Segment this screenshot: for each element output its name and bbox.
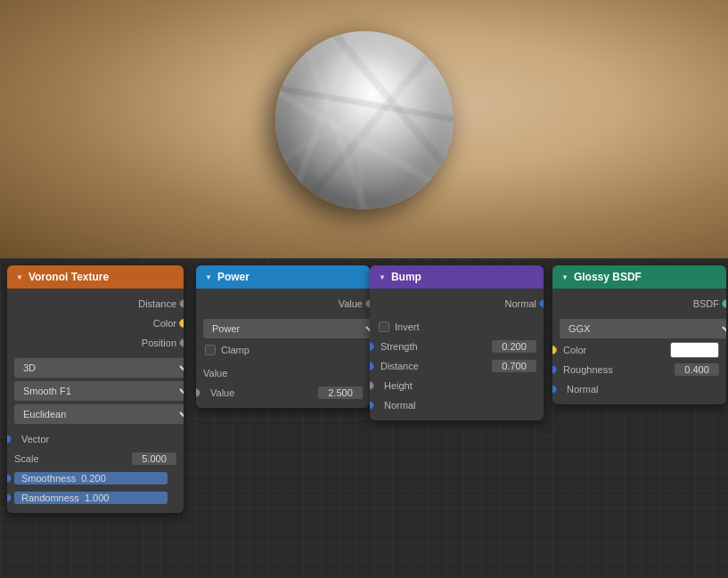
- glossy-title: Glossy BSDF: [574, 271, 642, 283]
- bump-output-normal: Normal: [370, 294, 544, 313]
- voronoi-smoothness-row: Smoothness 0.200: [7, 468, 184, 488]
- bump-height-row: Height: [370, 376, 544, 395]
- sphere: [275, 31, 454, 209]
- voronoi-randomness-socket: [7, 493, 12, 502]
- bump-strength-row: Strength 0.200: [370, 337, 544, 356]
- glossy-collapse[interactable]: ▼: [561, 273, 568, 281]
- glossy-roughness-label: Roughness: [560, 364, 675, 375]
- bump-normal-socket: [539, 299, 544, 308]
- glossy-color-label: Color: [560, 345, 670, 355]
- bump-distance-label: Distance: [377, 361, 492, 371]
- bump-strength-value[interactable]: 0.200: [492, 340, 536, 353]
- voronoi-vector-row: Vector: [7, 429, 184, 449]
- voronoi-smoothness-socket: [7, 474, 12, 483]
- glossy-bsdf-socket: [722, 299, 726, 308]
- power-body: Value Power Clamp Value Value 2.500: [196, 289, 370, 408]
- voronoi-scale-label: Scale: [14, 453, 132, 464]
- power-value-input-row: Value 2.500: [196, 383, 370, 403]
- voronoi-collapse[interactable]: ▼: [16, 273, 23, 281]
- voronoi-output-color: Color: [7, 313, 184, 333]
- power-header: ▼ Power: [196, 265, 370, 289]
- glossy-normal-label: Normal: [560, 384, 598, 395]
- bump-collapse[interactable]: ▼: [379, 273, 386, 281]
- glossy-bsdf-out-label: BSDF: [693, 298, 719, 309]
- voronoi-body: Distance Color Position 3D Smooth F1 Euc…: [7, 289, 184, 513]
- material-preview: [0, 0, 728, 258]
- power-value-section-label: Value: [196, 363, 370, 383]
- node-editor[interactable]: ▼ Voronoi Texture Distance Color Positio…: [0, 258, 728, 578]
- voronoi-dimensions-select[interactable]: 3D: [14, 358, 184, 378]
- voronoi-randomness-row: Randomness 1.000: [7, 488, 184, 508]
- glossy-roughness-socket: [552, 365, 557, 374]
- node-power: ▼ Power Value Power Clamp Value Value: [196, 265, 370, 408]
- power-value-field-label: Value: [203, 387, 318, 398]
- voronoi-distance-label: Distance: [138, 298, 176, 309]
- voronoi-output-position: Position: [7, 333, 184, 353]
- glossy-normal-row: Normal: [552, 379, 726, 399]
- bump-normal-in-label: Normal: [377, 400, 415, 411]
- voronoi-title: Voronoi Texture: [29, 271, 109, 283]
- voronoi-scale-value[interactable]: 5.000: [132, 452, 176, 465]
- voronoi-smoothness-field[interactable]: Smoothness 0.200: [14, 472, 168, 484]
- power-value-field[interactable]: 2.500: [318, 387, 363, 399]
- voronoi-vector-socket: [7, 435, 12, 444]
- glossy-distribution-select[interactable]: GGX: [560, 319, 726, 338]
- bump-distance-socket: [370, 362, 374, 370]
- power-inner-value-label: Value: [203, 368, 227, 379]
- node-glossy: ▼ Glossy BSDF BSDF GGX Color Roughness 0…: [552, 265, 726, 404]
- node-voronoi: ▼ Voronoi Texture Distance Color Positio…: [7, 265, 184, 513]
- voronoi-output-distance: Distance: [7, 294, 184, 313]
- voronoi-header: ▼ Voronoi Texture: [7, 265, 184, 289]
- voronoi-position-label: Position: [142, 338, 176, 348]
- ball-preview: [275, 31, 454, 209]
- bump-distance-value[interactable]: 0.700: [492, 360, 536, 372]
- voronoi-color-label: Color: [153, 318, 176, 329]
- voronoi-position-socket: [179, 338, 184, 347]
- glossy-roughness-row: Roughness 0.400: [552, 360, 726, 379]
- bump-normal-out-label: Normal: [505, 298, 536, 309]
- voronoi-feature-select[interactable]: Smooth F1: [14, 381, 184, 401]
- voronoi-scale-row: Scale 5.000: [7, 449, 184, 468]
- power-output-value: Value: [196, 294, 370, 313]
- bump-strength-socket: [370, 342, 374, 351]
- bump-height-label: Height: [377, 380, 413, 391]
- power-collapse[interactable]: ▼: [205, 273, 212, 281]
- power-type-select[interactable]: Power: [203, 319, 370, 338]
- node-bump: ▼ Bump Normal Invert Strength 0.200 Dist…: [370, 265, 544, 420]
- bump-invert-label: Invert: [395, 322, 420, 332]
- voronoi-vector-label: Vector: [14, 434, 49, 444]
- voronoi-distance-select[interactable]: Euclidean: [14, 404, 184, 424]
- glossy-color-row: Color: [552, 340, 726, 360]
- bump-distance-row: Distance 0.700: [370, 356, 544, 376]
- voronoi-randomness-field[interactable]: Randomness 1.000: [14, 492, 168, 504]
- power-value-out-label: Value: [339, 298, 363, 309]
- bump-invert-row: Invert: [370, 317, 544, 337]
- bump-normal-in-row: Normal: [370, 395, 544, 415]
- bump-normal-in-socket: [370, 401, 374, 410]
- bump-header: ▼ Bump: [370, 265, 544, 289]
- glossy-header: ▼ Glossy BSDF: [552, 265, 726, 289]
- glossy-body: BSDF GGX Color Roughness 0.400 Normal: [552, 289, 726, 404]
- voronoi-color-socket: [179, 319, 184, 328]
- glossy-color-swatch[interactable]: [670, 342, 719, 358]
- power-title: Power: [217, 271, 249, 283]
- bump-title: Bump: [391, 271, 421, 283]
- glossy-roughness-value[interactable]: 0.400: [675, 363, 719, 376]
- bump-height-socket: [370, 381, 374, 390]
- glossy-normal-socket: [552, 385, 557, 394]
- power-clamp-checkbox[interactable]: [205, 345, 216, 355]
- bump-invert-checkbox[interactable]: [379, 322, 389, 332]
- glossy-output-bsdf: BSDF: [552, 294, 726, 313]
- power-value-in-socket: [196, 388, 200, 397]
- power-clamp-label: Clamp: [221, 345, 249, 355]
- glossy-color-in-socket: [552, 346, 557, 354]
- voronoi-distance-socket: [179, 299, 184, 308]
- bump-body: Normal Invert Strength 0.200 Distance 0.…: [370, 289, 544, 420]
- power-clamp-row: Clamp: [196, 340, 370, 360]
- bump-strength-label: Strength: [377, 341, 492, 352]
